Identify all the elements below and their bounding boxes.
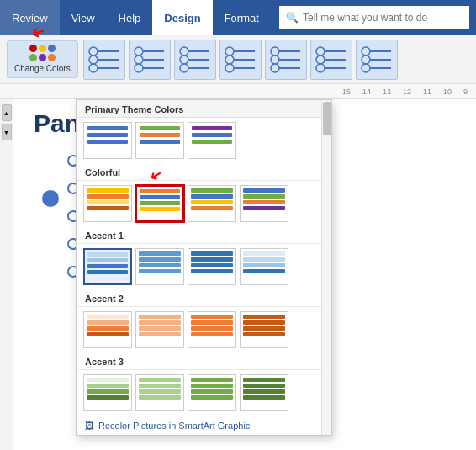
dropdown-scrollbar[interactable]: [321, 100, 331, 435]
dot-row2: [29, 54, 56, 61]
svg-point-14: [180, 56, 188, 64]
colorful-swatch-2-highlighted[interactable]: ➜: [135, 185, 184, 222]
search-input[interactable]: [303, 12, 463, 24]
recolor-icon: 🖼: [85, 421, 94, 431]
shape-item-6[interactable]: [310, 40, 352, 80]
dot-green: [29, 54, 37, 61]
accent2-swatch-3[interactable]: [188, 311, 236, 348]
ruler-num: 9: [463, 87, 468, 96]
change-colors-label: Change Colors: [14, 64, 71, 74]
accent3-section: Accent 3: [77, 352, 331, 416]
shape-item-1[interactable]: [83, 40, 125, 80]
accent3-swatch-1[interactable]: [83, 374, 132, 411]
colorful-swatch-1[interactable]: [83, 185, 132, 222]
color-dots-group: [29, 45, 56, 52]
change-colors-button[interactable]: ➜ Change Colors: [7, 40, 78, 78]
dropdown-panel: Primary Theme Colors: [76, 99, 332, 436]
svg-point-12: [180, 47, 188, 56]
accent3-swatches: [77, 370, 331, 416]
svg-point-40: [362, 64, 370, 72]
svg-point-24: [271, 47, 279, 56]
accent3-swatch-3[interactable]: [188, 374, 236, 411]
accent3-section-title: Accent 3: [77, 352, 331, 370]
toolbar-shapes: [83, 40, 398, 80]
primary-swatch-2[interactable]: [135, 122, 184, 159]
primary-swatch-1[interactable]: [83, 122, 132, 159]
toolbar: ➜ Change Colors: [0, 35, 476, 84]
ruler-num: 11: [423, 87, 431, 96]
scrollbar-thumb[interactable]: [323, 102, 331, 135]
primary-swatch-3[interactable]: [188, 122, 236, 159]
ruler-num: 10: [443, 87, 452, 96]
svg-point-30: [316, 47, 325, 56]
accent1-swatch-3[interactable]: [188, 248, 236, 285]
svg-point-26: [271, 56, 279, 64]
accent1-section: Accent 1: [77, 226, 331, 289]
left-toolbar: ▲ ▼: [0, 99, 13, 450]
left-tool-btn-2[interactable]: ▼: [2, 124, 12, 140]
svg-point-28: [271, 64, 279, 72]
dot-blue: [48, 45, 56, 52]
ribbon: Review View Help Design Format 🔍: [0, 0, 476, 35]
svg-point-16: [180, 64, 188, 72]
svg-point-10: [135, 64, 143, 72]
shape-item-7[interactable]: [356, 40, 398, 80]
accent2-swatches: [77, 307, 331, 352]
colorful-section: Colorful ➜: [77, 163, 331, 226]
svg-point-2: [89, 56, 98, 64]
svg-point-22: [225, 64, 234, 72]
accent3-swatch-4[interactable]: [240, 374, 288, 411]
dot-yellow: [39, 45, 46, 52]
center-node: [42, 190, 59, 207]
svg-point-38: [362, 56, 370, 64]
colorful-swatches: ➜: [77, 181, 331, 226]
accent2-swatch-2[interactable]: [135, 311, 184, 348]
ruler: 15 14 13 12 11 10 9: [0, 84, 476, 99]
accent2-swatch-4[interactable]: [240, 311, 288, 348]
dot-purple: [39, 54, 46, 61]
tab-help[interactable]: Help: [107, 0, 153, 35]
shape-item-2[interactable]: [129, 40, 171, 80]
ruler-num: 12: [403, 87, 411, 96]
ruler-num: 15: [342, 87, 351, 96]
search-icon: 🔍: [286, 12, 299, 24]
svg-point-4: [89, 64, 98, 72]
svg-point-32: [316, 56, 325, 64]
shape-item-4[interactable]: [219, 40, 262, 80]
svg-point-20: [225, 56, 234, 64]
tab-design[interactable]: Design: [152, 0, 212, 35]
accent2-section-title: Accent 2: [77, 289, 331, 307]
recolor-label: Recolor Pictures in SmartArt Graphic: [98, 421, 250, 431]
svg-point-8: [135, 56, 143, 64]
main-area: ▲ ▼ Panca Ind Mata Hidun Teling: [0, 99, 476, 450]
ruler-num: 13: [383, 87, 391, 96]
primary-theme-section: Primary Theme Colors: [77, 100, 331, 163]
accent2-swatch-1[interactable]: [83, 311, 132, 348]
ruler-num: 14: [362, 87, 371, 96]
primary-section-title: Primary Theme Colors: [77, 100, 331, 118]
shape-item-3[interactable]: [174, 40, 216, 80]
accent2-section: Accent 2: [77, 289, 331, 352]
tab-format[interactable]: Format: [213, 0, 271, 35]
colorful-swatch-4[interactable]: [240, 185, 288, 222]
accent3-swatch-2[interactable]: [135, 374, 184, 411]
accent1-section-title: Accent 1: [77, 226, 331, 244]
left-tool-btn-1[interactable]: ▲: [2, 104, 12, 121]
svg-point-6: [135, 47, 143, 56]
primary-swatches: [77, 118, 331, 163]
svg-point-0: [89, 47, 98, 56]
colorful-swatch-3[interactable]: [188, 185, 236, 222]
dropdown-footer[interactable]: 🖼 Recolor Pictures in SmartArt Graphic: [77, 416, 331, 435]
dot-red: [29, 45, 37, 52]
colorful-section-title: Colorful: [77, 163, 331, 181]
svg-point-36: [362, 47, 370, 56]
accent1-swatch-2[interactable]: [135, 248, 184, 285]
accent1-swatch-4[interactable]: [240, 248, 288, 285]
svg-point-34: [316, 64, 325, 72]
dot-orange: [48, 54, 56, 61]
tab-view[interactable]: View: [60, 0, 107, 35]
shape-item-5[interactable]: [265, 40, 307, 80]
svg-point-18: [225, 47, 234, 56]
search-box[interactable]: 🔍: [279, 6, 469, 29]
accent1-swatch-1[interactable]: [83, 248, 132, 285]
